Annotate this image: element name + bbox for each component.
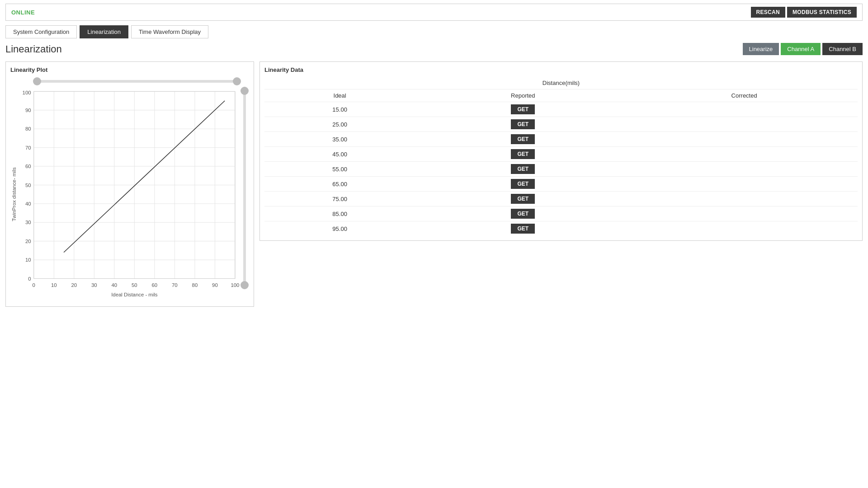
- top-slider-thumb-right[interactable]: [233, 77, 241, 85]
- reported-value: GET: [415, 206, 631, 221]
- linearize-button[interactable]: Linearize: [743, 43, 779, 55]
- online-status: ONLINE: [11, 9, 35, 16]
- svg-text:40: 40: [112, 282, 118, 288]
- ideal-value: 75.00: [264, 192, 415, 206]
- reported-value: GET: [415, 117, 631, 132]
- linearity-plot-panel: Linearity Plot: [5, 61, 254, 307]
- table-row: 85.00GET: [264, 206, 858, 221]
- svg-text:Ideal Distance - mils: Ideal Distance - mils: [111, 292, 158, 297]
- top-slider-thumb-left[interactable]: [33, 77, 41, 85]
- page-content: Linearization Linearize Channel A Channe…: [0, 43, 868, 307]
- channel-buttons: Linearize Channel A Channel B: [743, 43, 863, 55]
- rescan-button[interactable]: RESCAN: [751, 7, 785, 18]
- corrected-value: [631, 147, 858, 162]
- svg-text:90: 90: [25, 108, 31, 113]
- svg-text:80: 80: [192, 282, 198, 288]
- plot-panel-title: Linearity Plot: [10, 66, 249, 73]
- reported-value: GET: [415, 162, 631, 177]
- nav-tabs: System Configuration Linearization Time …: [0, 21, 868, 43]
- table-row: 35.00GET: [264, 132, 858, 147]
- ideal-value: 85.00: [264, 206, 415, 221]
- corrected-value: [631, 132, 858, 147]
- linearity-chart-svg: 0 10 20 30 40 50 60 70 80 90 100 0 10 20…: [10, 87, 249, 302]
- right-slider-col: [240, 87, 249, 289]
- top-bar-buttons: RESCAN MODBUS STATISTICS: [751, 7, 857, 18]
- panels: Linearity Plot: [5, 61, 863, 307]
- get-button[interactable]: GET: [511, 164, 535, 174]
- col-corrected-header: Corrected: [631, 89, 858, 102]
- reported-value: GET: [415, 177, 631, 192]
- ideal-value: 95.00: [264, 221, 415, 236]
- svg-text:70: 70: [25, 145, 31, 150]
- svg-text:30: 30: [25, 220, 31, 225]
- svg-text:40: 40: [25, 201, 31, 206]
- svg-text:70: 70: [172, 282, 178, 288]
- corrected-value: [631, 221, 858, 236]
- table-row: 15.00GET: [264, 102, 858, 117]
- corrected-value: [631, 102, 858, 117]
- table-row: 95.00GET: [264, 221, 858, 236]
- ideal-value: 35.00: [264, 132, 415, 147]
- ideal-value: 65.00: [264, 177, 415, 192]
- svg-text:100: 100: [23, 90, 31, 95]
- col-ideal-header: Ideal: [264, 89, 415, 102]
- table-row: 45.00GET: [264, 147, 858, 162]
- tab-system-configuration[interactable]: System Configuration: [5, 25, 77, 38]
- ideal-value: 25.00: [264, 117, 415, 132]
- svg-text:30: 30: [91, 282, 97, 288]
- reported-value: GET: [415, 147, 631, 162]
- svg-text:80: 80: [25, 126, 31, 131]
- page-title: Linearization: [5, 43, 62, 55]
- svg-text:100: 100: [231, 282, 239, 288]
- table-row: 55.00GET: [264, 162, 858, 177]
- right-slider-thumb-bottom[interactable]: [241, 281, 249, 289]
- top-bar: ONLINE RESCAN MODBUS STATISTICS: [5, 4, 863, 21]
- ideal-value: 15.00: [264, 102, 415, 117]
- corrected-value: [631, 177, 858, 192]
- get-button[interactable]: GET: [511, 104, 535, 114]
- svg-text:0: 0: [28, 276, 31, 282]
- data-panel-title: Linearity Data: [264, 66, 858, 73]
- svg-text:20: 20: [25, 239, 31, 244]
- page-header: Linearization Linearize Channel A Channe…: [5, 43, 863, 55]
- channel-b-button[interactable]: Channel B: [822, 43, 863, 55]
- table-row: 65.00GET: [264, 177, 858, 192]
- top-slider-row: [34, 77, 240, 86]
- linearity-data-panel: Linearity Data Distance(mils) Ideal Repo…: [259, 61, 863, 241]
- corrected-value: [631, 192, 858, 206]
- svg-text:50: 50: [132, 282, 137, 288]
- table-row: 25.00GET: [264, 117, 858, 132]
- get-button[interactable]: GET: [511, 134, 535, 144]
- reported-value: GET: [415, 221, 631, 236]
- get-button[interactable]: GET: [511, 149, 535, 159]
- top-slider-track: [34, 80, 240, 83]
- channel-a-button[interactable]: Channel A: [781, 43, 821, 55]
- reported-value: GET: [415, 132, 631, 147]
- tab-linearization[interactable]: Linearization: [80, 25, 128, 38]
- svg-text:90: 90: [212, 282, 218, 288]
- reported-value: GET: [415, 102, 631, 117]
- linearity-data-table: Distance(mils) Ideal Reported Corrected …: [264, 77, 858, 236]
- col-reported-header: Reported: [415, 89, 631, 102]
- ideal-value: 45.00: [264, 147, 415, 162]
- svg-text:50: 50: [25, 183, 31, 188]
- get-button[interactable]: GET: [511, 224, 535, 234]
- svg-text:20: 20: [71, 282, 77, 288]
- get-button[interactable]: GET: [511, 119, 535, 129]
- get-button[interactable]: GET: [511, 179, 535, 189]
- ideal-value: 55.00: [264, 162, 415, 177]
- modbus-statistics-button[interactable]: MODBUS STATISTICS: [787, 7, 857, 18]
- svg-text:60: 60: [152, 282, 158, 288]
- table-row: 75.00GET: [264, 192, 858, 206]
- svg-text:10: 10: [25, 257, 31, 263]
- svg-text:60: 60: [25, 164, 31, 169]
- get-button[interactable]: GET: [511, 209, 535, 219]
- tab-time-waveform-display[interactable]: Time Waveform Display: [131, 25, 208, 38]
- corrected-value: [631, 206, 858, 221]
- reported-value: GET: [415, 192, 631, 206]
- right-slider-thumb-top[interactable]: [241, 87, 249, 95]
- svg-text:TwinProx distance- mils: TwinProx distance- mils: [11, 167, 17, 221]
- corrected-value: [631, 162, 858, 177]
- svg-text:10: 10: [51, 282, 57, 288]
- get-button[interactable]: GET: [511, 194, 535, 204]
